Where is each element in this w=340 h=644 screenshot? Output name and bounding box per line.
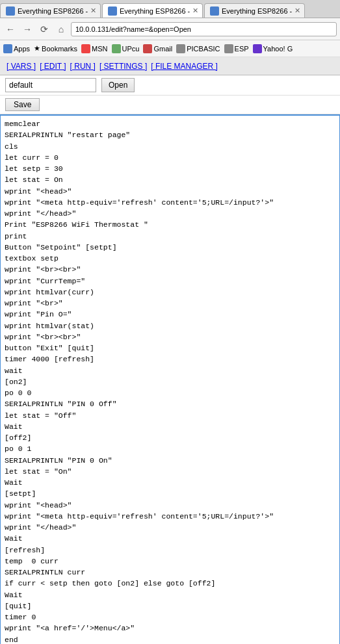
- tab-favicon-3: [210, 6, 219, 16]
- bookmark-upcu-label: UPcu: [122, 45, 140, 53]
- bookmark-msn-label: MSN: [92, 45, 107, 53]
- bookmark-picbasic-label: PICBASIC: [187, 45, 220, 53]
- bookmark-gmail[interactable]: Gmail: [143, 44, 172, 53]
- bookmark-apps-icon: [3, 44, 12, 53]
- tab-label-2: Everything ESP8266 -: [120, 7, 190, 15]
- refresh-button[interactable]: ⟳: [37, 22, 51, 36]
- tab-favicon-2: [108, 6, 117, 16]
- tab-2[interactable]: Everything ESP8266 - ✕: [102, 3, 203, 18]
- bookmark-apps-label: Apps: [14, 45, 30, 53]
- bookmark-esp[interactable]: ESP: [224, 44, 249, 53]
- toolbar: Open: [0, 75, 340, 96]
- tab-label-1: Everything ESP8266 -: [18, 7, 88, 15]
- tab-favicon-1: [6, 6, 15, 16]
- bookmark-bookmarks-label: Bookmarks: [42, 45, 77, 53]
- bookmark-esp-label: ESP: [235, 45, 249, 53]
- bookmark-upcu-icon: [112, 44, 121, 53]
- tab-1[interactable]: Everything ESP8266 - ✕: [0, 3, 101, 18]
- bookmark-esp-icon: [224, 44, 233, 53]
- tab-close-3[interactable]: ✕: [294, 6, 300, 15]
- address-bar[interactable]: [71, 22, 337, 36]
- forward-button[interactable]: →: [20, 22, 34, 36]
- bookmark-yahoo[interactable]: Yahoo! G: [253, 44, 293, 53]
- filename-input[interactable]: [5, 78, 96, 92]
- nav-bar: ← → ⟳ ⌂: [0, 18, 340, 40]
- bookmark-picbasic[interactable]: PICBASIC: [176, 44, 220, 53]
- bookmark-msn-icon: [81, 44, 90, 53]
- bookmark-yahoo-label: Yahoo! G: [263, 45, 293, 53]
- bookmark-upcu[interactable]: UPcu: [112, 44, 140, 53]
- bookmark-apps[interactable]: Apps: [3, 44, 30, 53]
- app-nav: [ VARS ] [ EDIT ] [ RUN ] [ SETTINGS ] […: [0, 57, 340, 75]
- nav-vars[interactable]: [ VARS ]: [5, 62, 37, 71]
- nav-run[interactable]: [ RUN ]: [69, 62, 97, 71]
- tab-label-3: Everything ESP8266 -: [222, 7, 292, 15]
- code-editor[interactable]: memclear SERIALPRINTLN "restart page" cl…: [0, 114, 340, 644]
- bookmarks-bar: Apps ★ Bookmarks MSN UPcu Gmail PICBASIC…: [0, 40, 340, 57]
- save-row: Save: [0, 96, 340, 114]
- open-button[interactable]: Open: [101, 78, 135, 92]
- bookmark-bookmarks[interactable]: ★ Bookmarks: [34, 44, 77, 53]
- nav-edit[interactable]: [ EDIT ]: [38, 62, 67, 71]
- back-button[interactable]: ←: [3, 22, 18, 36]
- bookmark-yahoo-icon: [253, 44, 262, 53]
- browser-tabs: Everything ESP8266 - ✕ Everything ESP826…: [0, 0, 340, 18]
- save-button[interactable]: Save: [5, 98, 40, 111]
- tab-close-1[interactable]: ✕: [90, 6, 96, 15]
- nav-file-manager[interactable]: [ FILE MANAGER ]: [150, 62, 219, 71]
- nav-settings[interactable]: [ SETTINGS ]: [98, 62, 148, 71]
- bookmark-gmail-icon: [143, 44, 152, 53]
- bookmark-gmail-label: Gmail: [153, 45, 172, 53]
- tab-3[interactable]: Everything ESP8266 - ✕: [204, 3, 305, 18]
- bookmark-picbasic-icon: [176, 44, 185, 53]
- home-button[interactable]: ⌂: [54, 22, 68, 36]
- bookmark-msn[interactable]: MSN: [81, 44, 107, 53]
- tab-close-2[interactable]: ✕: [192, 6, 198, 15]
